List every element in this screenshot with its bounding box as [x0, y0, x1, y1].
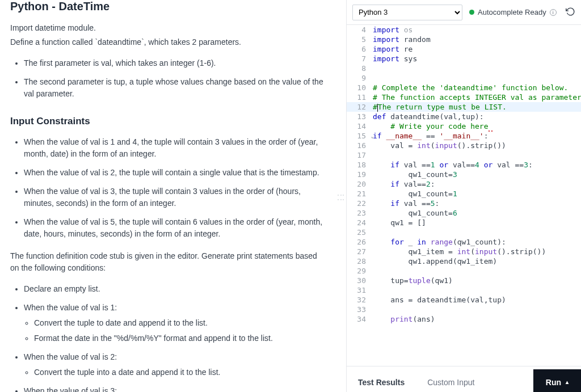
code-line[interactable]: 5import random — [347, 35, 581, 44]
list-item: Format the date in the "%d/%m/%Y" format… — [34, 332, 326, 344]
code-line[interactable]: 31 — [347, 285, 581, 295]
code-line[interactable]: 20 if val==2: — [347, 179, 581, 189]
code-line[interactable]: 32 ans = dateandtime(val,tup) — [347, 295, 581, 305]
problem-title: Python - DateTime — [10, 0, 326, 13]
intro-line-1: Import datetime module. — [10, 22, 326, 34]
autocomplete-status: Autocomplete Ready i — [469, 8, 557, 16]
constraints-heading: Input Constraints — [10, 116, 326, 127]
code-line[interactable]: 14 # Write your code here — [347, 121, 581, 131]
refresh-icon[interactable] — [566, 7, 575, 18]
app-container: Python - DateTime Import datetime module… — [0, 0, 581, 392]
code-editor[interactable]: 4import os5import random6import re7impor… — [347, 25, 581, 366]
code-line[interactable]: 26 for _ in range(qw1_count): — [347, 237, 581, 247]
list-item: When the value of val is 3, the tuple wi… — [24, 186, 326, 209]
editor-panel: Python 3 Autocomplete Ready i 4import os… — [346, 0, 581, 392]
editor-header: Python 3 Autocomplete Ready i — [347, 0, 581, 25]
fold-caret-icon[interactable]: ⌄ — [371, 132, 374, 141]
code-line[interactable]: 18 if val ==1 or val==4 or val ==3: — [347, 160, 581, 170]
list-item: When the value of val is 1:Convert the t… — [24, 302, 326, 344]
run-button[interactable]: Run ▴ — [533, 369, 581, 393]
constraints-list: When the value of val is 1 and 4, the tu… — [10, 136, 326, 240]
code-line[interactable]: 12#The return type must be LIST. — [347, 102, 581, 112]
list-item: When the value of val is 2:Convert the t… — [24, 351, 326, 378]
list-item: When the value of val is 2, the tuple wi… — [24, 167, 326, 179]
problem-panel: Python - DateTime Import datetime module… — [0, 0, 336, 392]
code-line[interactable]: 15⌄if __name__ == '__main__': — [347, 131, 581, 141]
list-item: When the value of val is 1 and 4, the tu… — [24, 136, 326, 160]
code-line[interactable]: 4import os — [347, 25, 581, 35]
list-item: Convert the tuple into a date and append… — [34, 366, 326, 378]
list-item: The first parameter is val, which takes … — [24, 57, 326, 69]
panel-resize-handle[interactable]: ⋮⋮ — [336, 189, 346, 203]
code-line[interactable]: 22 if val ==5: — [347, 199, 581, 208]
code-line[interactable]: 6import re — [347, 44, 581, 54]
code-line[interactable]: 21 qw1_count=1 — [347, 189, 581, 199]
code-line[interactable]: 8 — [347, 64, 581, 73]
tab-test-results[interactable]: Test Results — [347, 371, 416, 393]
code-line[interactable]: 10# Complete the 'dateandtime' function … — [347, 83, 581, 92]
status-dot-icon — [469, 10, 474, 15]
code-line[interactable]: 24 qw1 = [] — [347, 218, 581, 227]
list-item: When the value of val is 3:Convert the t… — [24, 385, 326, 392]
code-line[interactable]: 27 qw1_item = int(input().strip()) — [347, 247, 581, 256]
code-line[interactable]: 28 qw1.append(qw1_item) — [347, 256, 581, 266]
list-item: Convert the tuple to date and append it … — [34, 317, 326, 329]
code-line[interactable]: 16 val = int(input().strip()) — [347, 141, 581, 150]
intro-line-2: Define a function called `dateandtime`, … — [10, 36, 326, 48]
code-line[interactable]: 11# The function accepts INTEGER val as … — [347, 92, 581, 102]
code-line[interactable]: 19 qw1_count=3 — [347, 170, 581, 179]
list-item: Declare an empty list. — [24, 283, 326, 295]
info-icon[interactable]: i — [550, 9, 557, 16]
list-item: When the value of val is 5, the tuple wi… — [24, 216, 326, 240]
code-line[interactable]: 30 tup=tuple(qw1) — [347, 276, 581, 285]
code-line[interactable]: 13def dateandtime(val,tup): — [347, 112, 581, 121]
code-line[interactable]: 9 — [347, 73, 581, 83]
code-line[interactable]: 33 — [347, 305, 581, 314]
code-line[interactable]: 23 qw1_count=6 — [347, 208, 581, 218]
parameter-list: The first parameter is val, which takes … — [10, 57, 326, 100]
list-item: The second parameter is tup, a tuple who… — [24, 76, 326, 100]
caret-up-icon: ▴ — [566, 379, 569, 385]
tab-custom-input[interactable]: Custom Input — [416, 371, 486, 393]
language-select[interactable]: Python 3 — [352, 5, 462, 20]
conditions-list: Declare an empty list.When the value of … — [10, 283, 326, 392]
stub-paragraph: The function definition code stub is giv… — [10, 250, 326, 274]
code-line[interactable]: 7import sys — [347, 54, 581, 64]
code-line[interactable]: 34 print(ans) — [347, 314, 581, 324]
editor-footer: Test Results Custom Input Run ▴ — [347, 366, 581, 392]
code-line[interactable]: 17 — [347, 150, 581, 160]
code-line[interactable]: 29 — [347, 266, 581, 276]
code-line[interactable]: 25 — [347, 227, 581, 237]
